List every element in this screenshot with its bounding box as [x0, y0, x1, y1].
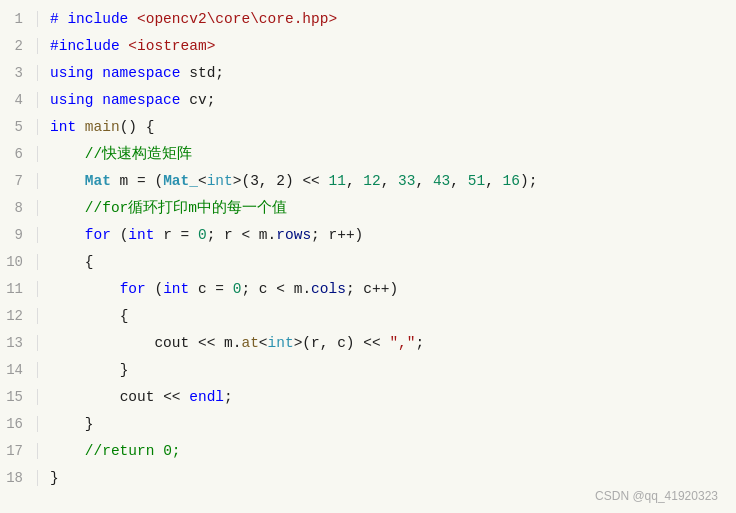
- code-editor: 1# include <opencv2\core\core.hpp>2#incl…: [0, 0, 736, 513]
- code-line: 4using namespace cv;: [0, 89, 736, 116]
- line-content: using namespace std;: [50, 63, 224, 85]
- line-number: 13: [0, 335, 38, 351]
- code-line: 10 {: [0, 251, 736, 278]
- watermark-label: CSDN @qq_41920323: [595, 489, 718, 503]
- line-number: 9: [0, 227, 38, 243]
- line-content: cout << m.at<int>(r, c) << ",";: [50, 333, 424, 355]
- line-content: using namespace cv;: [50, 90, 215, 112]
- line-number: 18: [0, 470, 38, 486]
- code-line: 9 for (int r = 0; r < m.rows; r++): [0, 224, 736, 251]
- line-number: 12: [0, 308, 38, 324]
- line-content: //return 0;: [50, 441, 181, 463]
- code-line: 7 Mat m = (Mat_<int>(3, 2) << 11, 12, 33…: [0, 170, 736, 197]
- code-line: 16 }: [0, 413, 736, 440]
- line-number: 16: [0, 416, 38, 432]
- line-number: 2: [0, 38, 38, 54]
- code-line: 15 cout << endl;: [0, 386, 736, 413]
- code-line: 3using namespace std;: [0, 62, 736, 89]
- code-line: 6 //快速构造矩阵: [0, 143, 736, 170]
- line-content: }: [50, 414, 94, 436]
- line-content: # include <opencv2\core\core.hpp>: [50, 9, 337, 31]
- code-line: 17 //return 0;: [0, 440, 736, 467]
- line-number: 1: [0, 11, 38, 27]
- line-content: //快速构造矩阵: [50, 144, 192, 166]
- code-line: 11 for (int c = 0; c < m.cols; c++): [0, 278, 736, 305]
- line-content: for (int r = 0; r < m.rows; r++): [50, 225, 363, 247]
- line-number: 4: [0, 92, 38, 108]
- line-content: {: [50, 252, 94, 274]
- line-content: {: [50, 306, 128, 328]
- line-number: 8: [0, 200, 38, 216]
- line-number: 17: [0, 443, 38, 459]
- line-content: for (int c = 0; c < m.cols; c++): [50, 279, 398, 301]
- line-number: 14: [0, 362, 38, 378]
- line-number: 5: [0, 119, 38, 135]
- code-line: 13 cout << m.at<int>(r, c) << ",";: [0, 332, 736, 359]
- code-line: 8 //for循环打印m中的每一个值: [0, 197, 736, 224]
- code-line: 12 {: [0, 305, 736, 332]
- code-line: 5int main() {: [0, 116, 736, 143]
- line-content: Mat m = (Mat_<int>(3, 2) << 11, 12, 33, …: [50, 171, 537, 193]
- line-content: #include <iostream>: [50, 36, 215, 58]
- code-line: 14 }: [0, 359, 736, 386]
- line-number: 6: [0, 146, 38, 162]
- code-block: 1# include <opencv2\core\core.hpp>2#incl…: [0, 0, 736, 513]
- line-content: int main() {: [50, 117, 154, 139]
- line-number: 10: [0, 254, 38, 270]
- code-line: 1# include <opencv2\core\core.hpp>: [0, 8, 736, 35]
- line-number: 3: [0, 65, 38, 81]
- line-content: }: [50, 468, 59, 490]
- line-number: 15: [0, 389, 38, 405]
- code-line: 2#include <iostream>: [0, 35, 736, 62]
- line-content: }: [50, 360, 128, 382]
- line-number: 11: [0, 281, 38, 297]
- line-content: cout << endl;: [50, 387, 233, 409]
- line-content: //for循环打印m中的每一个值: [50, 198, 287, 220]
- line-number: 7: [0, 173, 38, 189]
